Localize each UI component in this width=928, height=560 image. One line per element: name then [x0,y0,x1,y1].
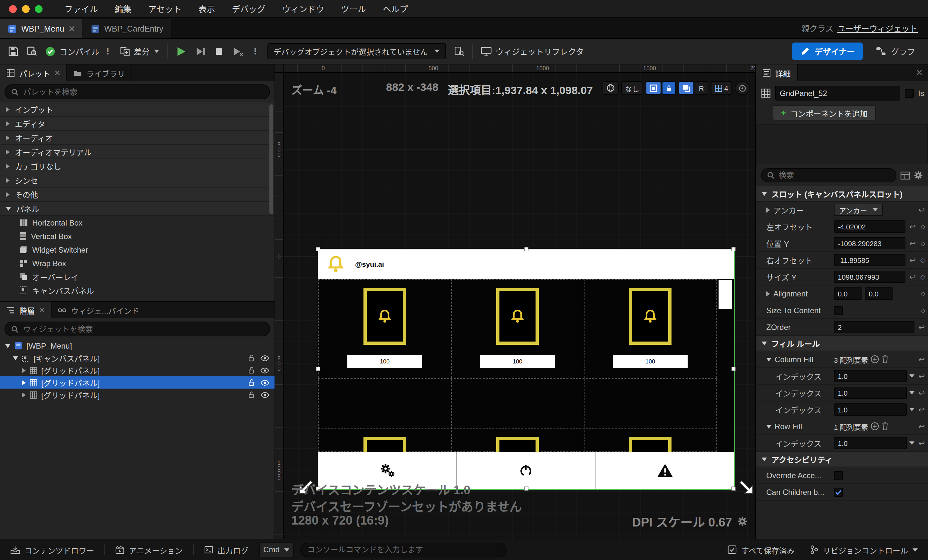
reset-to-default-icon[interactable]: ↩ [917,422,926,431]
unlock-icon[interactable] [248,354,255,362]
expand-arrow-icon[interactable] [6,149,10,154]
localization-preview-button[interactable] [603,81,619,95]
eye-icon[interactable] [260,367,269,374]
menu-edit[interactable]: 編集 [115,3,131,15]
tree-row-wbp-menu[interactable]: [WBP_Menu] [0,340,275,352]
palette-search-input[interactable] [23,87,264,96]
card-item[interactable] [363,288,406,345]
collapse-arrow-icon[interactable] [6,206,11,211]
chevron-down-icon[interactable] [909,391,914,394]
collapse-arrow-icon[interactable] [766,357,771,361]
expand-arrow-icon[interactable] [22,392,26,397]
palette-category-other[interactable]: その他 [0,188,275,202]
position-y-input[interactable] [834,237,905,249]
card-item-partial[interactable] [496,437,539,452]
widget-reflector-button[interactable]: ウィジェットリフレクタ [481,45,584,57]
palette-item-widget-switcher[interactable]: Widget Switcher [0,243,275,256]
launch-button[interactable] [232,46,243,57]
bind-diamond-icon[interactable]: ◇ [920,307,926,314]
collapse-arrow-icon[interactable] [762,457,767,461]
close-tab-icon[interactable] [69,26,75,32]
is-variable-checkbox[interactable] [905,89,914,98]
resize-handle[interactable] [731,367,736,371]
card-item[interactable] [496,288,539,345]
alignment-y-input[interactable] [865,287,893,300]
widget-header-bar[interactable]: @syui.ai [318,249,734,279]
widget-scrollbar[interactable] [719,280,732,309]
section-slot[interactable]: スロット (キャンバスパネルスロット) [756,186,928,202]
collapse-arrow-icon[interactable] [762,341,767,345]
trash-icon[interactable] [882,355,889,363]
palette-category-synth[interactable]: シンセ [0,173,275,188]
collapse-arrow-icon[interactable] [762,192,767,195]
design-canvas[interactable]: @syui.ai [284,73,755,539]
resize-handle[interactable] [731,247,736,251]
anchor-medallion-button[interactable] [735,81,750,95]
component-name-input[interactable] [775,86,900,101]
palette-scrollbar[interactable] [269,104,273,214]
expand-arrow-icon[interactable] [22,380,26,385]
card-grid-area[interactable]: 100 100 100 [318,279,734,452]
reset-to-default-icon[interactable]: ↩ [908,255,917,264]
reset-to-default-icon[interactable]: ↩ [917,405,926,414]
compile-button[interactable]: コンパイル ⋮ [45,45,112,57]
frame-skip-button[interactable] [194,46,206,57]
hierarchy-search-input[interactable] [23,325,264,334]
bind-diamond-icon[interactable]: ◇ [920,290,926,297]
palette-item-wrap-box[interactable]: Wrap Box [0,256,275,270]
collapse-arrow-icon[interactable] [5,344,10,348]
expand-arrow-icon[interactable] [6,121,10,126]
trash-icon[interactable] [882,422,889,430]
layers-button[interactable] [679,81,694,95]
offset-left-input[interactable] [834,220,905,233]
tab-details[interactable]: 詳細 [756,64,798,81]
compile-options-icon[interactable]: ⋮ [104,46,112,56]
fill-coefficient-input[interactable] [834,437,907,449]
chevron-down-icon[interactable] [909,441,914,445]
bind-diamond-icon[interactable]: ◇ [920,273,926,280]
reset-to-default-icon[interactable]: ↩ [917,205,926,214]
card-item-partial[interactable] [363,437,406,452]
menu-help[interactable]: ヘルプ [383,3,408,15]
debug-object-dropdown[interactable]: デバッグオブジェクトが選択されていません [267,43,446,59]
menu-window[interactable]: ウィンドウ [282,3,324,15]
tab-palette[interactable]: パレット [0,64,67,81]
eye-icon[interactable] [260,355,269,361]
grid-snap-button[interactable]: 4 [711,81,732,95]
browse-asset-icon[interactable] [26,46,37,57]
offset-right-input[interactable] [834,254,905,266]
display-filter-icon[interactable] [900,171,910,180]
play-button[interactable] [175,46,186,57]
details-search-input[interactable] [778,171,891,180]
palette-category-audio[interactable]: オーディオ [0,131,275,145]
reset-to-default-icon[interactable]: ↩ [917,388,926,397]
unlock-icon[interactable] [248,367,255,374]
revision-control-button[interactable]: リビジョンコントロール [806,542,922,557]
expand-arrow-icon[interactable] [6,107,10,112]
section-fill-rules[interactable]: フィル ルール [756,336,928,351]
gear-icon[interactable] [737,516,748,526]
size-to-content-checkbox[interactable] [834,306,843,315]
tab-wbp-cardentry[interactable]: WBP_CardEntry [83,19,171,38]
reset-to-default-icon[interactable]: ↩ [917,371,926,380]
resize-handle[interactable] [316,247,320,251]
tab-wbp-menu[interactable]: WBP_Menu [0,19,83,38]
palette-item-horizontal-box[interactable]: Horizontal Box [0,216,275,229]
unlock-icon[interactable] [248,391,255,398]
designer-mode-button[interactable]: デザイナー [792,43,863,60]
menu-asset[interactable]: アセット [148,3,182,15]
alignment-x-input[interactable] [834,287,862,300]
all-saved-button[interactable]: すべて保存済み [724,542,798,557]
can-children-checkbox[interactable] [834,487,843,496]
expand-arrow-icon[interactable] [6,135,10,140]
override-accessible-checkbox[interactable] [834,471,843,480]
alert-footer-button[interactable] [596,452,734,489]
add-component-button[interactable]: + コンポーネントを追加 [773,105,876,121]
bind-diamond-icon[interactable]: ◇ [920,240,926,247]
chevron-down-icon[interactable] [909,374,914,378]
reset-to-default-icon[interactable]: ↩ [917,355,926,364]
fill-coefficient-input[interactable] [834,387,907,399]
eye-icon[interactable] [260,392,269,398]
tree-row-canvas-panel[interactable]: [キャンバスパネル] [0,352,275,364]
minimize-window-button[interactable] [22,5,30,12]
